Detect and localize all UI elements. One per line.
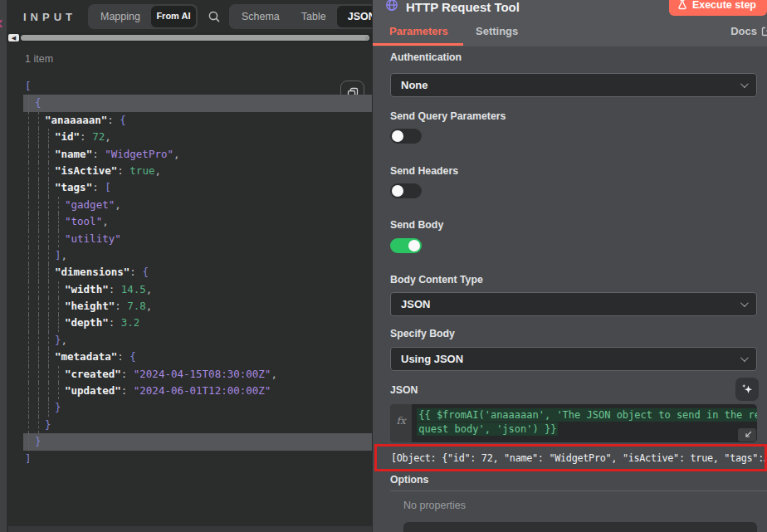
- indent-guide: [48, 146, 49, 163]
- horizontal-scrollbar[interactable]: ◀ ▶: [7, 33, 372, 42]
- json-code-view[interactable]: [{"anaaaaan": {"id": 72,"name": "WidgetP…: [23, 78, 372, 467]
- scrollbar-thumb[interactable]: [21, 35, 369, 41]
- authentication-label: Authentication: [390, 51, 462, 63]
- ndv-overlay: INPUT MappingFrom AI SchemaTableJSON ◀ ▶…: [0, 0, 767, 532]
- send-query-parameters-toggle[interactable]: [390, 129, 422, 144]
- indent-guide: [58, 383, 59, 399]
- indent-guide: [38, 366, 39, 383]
- toggle-knob: [392, 130, 403, 142]
- indent-guide: [28, 383, 29, 399]
- indent-guide: [28, 95, 29, 111]
- chevron-down-icon: [740, 354, 749, 362]
- input-tab-table[interactable]: Table: [291, 6, 337, 27]
- sparkles-icon: [740, 383, 754, 396]
- scroll-right-arrow-icon[interactable]: ▶: [364, 34, 371, 41]
- search-icon[interactable]: [208, 10, 221, 23]
- expression-text[interactable]: {{ $fromAI('anaaaaan', 'The JSON object …: [412, 404, 757, 442]
- indent-guide: [38, 264, 39, 281]
- indent-guide: [28, 129, 29, 145]
- json-line: "width": 14.5,: [23, 281, 372, 298]
- json-line: "id": 72,: [23, 129, 372, 145]
- indent-guide: [38, 129, 39, 145]
- result-preview: [Object: {"id": 72, "name": "WidgetPro",…: [391, 452, 767, 464]
- tab-settings[interactable]: Settings: [476, 25, 518, 37]
- toggle-knob: [392, 185, 403, 197]
- json-line: "gadget",: [23, 197, 372, 213]
- node-settings-panel: HTTP Request Tool Execute step Parameter…: [372, 0, 767, 532]
- json-line: }: [23, 433, 372, 450]
- json-line: "depth": 3.2: [23, 315, 372, 331]
- expand-editor-button[interactable]: [738, 428, 756, 442]
- indent-guide: [38, 399, 39, 416]
- ai-sparkles-button[interactable]: [735, 378, 759, 401]
- indent-guide: [28, 417, 29, 433]
- input-tab-mapping[interactable]: Mapping: [90, 6, 151, 27]
- input-header: INPUT MappingFrom AI SchemaTableJSON: [7, 0, 372, 33]
- execute-step-button[interactable]: Execute step: [669, 0, 767, 16]
- input-tab-schema[interactable]: Schema: [231, 6, 291, 27]
- input-panel-title: INPUT: [23, 11, 76, 23]
- indent-guide: [38, 349, 39, 365]
- json-line: "height": 7.8,: [23, 298, 372, 315]
- indent-guide: [58, 298, 59, 315]
- json-line: "updated": "2024-06-01T12:00:00Z": [23, 383, 372, 399]
- indent-guide: [48, 281, 49, 298]
- send-headers-toggle[interactable]: [390, 183, 422, 198]
- indent-guide: [28, 112, 29, 129]
- json-line: ]: [23, 451, 372, 467]
- panel-bottom-strip: [8, 526, 372, 532]
- indent-guide: [28, 146, 29, 163]
- indent-guide: [28, 298, 29, 315]
- json-line: },: [23, 332, 372, 349]
- indent-guide: [48, 399, 49, 416]
- toggle-knob: [408, 240, 420, 251]
- docs-link[interactable]: Docs: [730, 25, 767, 37]
- workflow-canvas-strip: [0, 0, 7, 532]
- indent-guide: [28, 366, 29, 383]
- body-content-type-dropdown[interactable]: JSON: [390, 292, 757, 316]
- external-link-icon: [761, 26, 767, 37]
- indent-guide: [48, 315, 49, 331]
- indent-guide: [28, 315, 29, 331]
- active-tab-underline: [373, 43, 463, 46]
- json-line: "utility": [23, 231, 372, 247]
- options-divider: [390, 491, 767, 491]
- tab-parameters[interactable]: Parameters: [389, 25, 448, 37]
- indent-guide: [28, 281, 29, 298]
- indent-guide: [38, 332, 39, 349]
- indent-guide: [48, 197, 49, 213]
- indent-guide: [38, 315, 39, 331]
- body-content-type-label: Body Content Type: [390, 274, 483, 286]
- indent-guide: [38, 298, 39, 315]
- indent-guide: [58, 213, 59, 230]
- scroll-left-arrow-icon[interactable]: ◀: [8, 34, 19, 41]
- json-line: ],: [23, 247, 372, 264]
- indent-guide: [38, 197, 39, 213]
- indent-guide: [38, 231, 39, 247]
- indent-guide: [28, 179, 29, 196]
- json-line: "tool",: [23, 213, 372, 230]
- json-line: "metadata": {: [23, 349, 372, 365]
- expression-editor[interactable]: fx {{ $fromAI('anaaaaan', 'The JSON obje…: [390, 404, 757, 442]
- authentication-dropdown[interactable]: None: [390, 73, 757, 97]
- options-bottom-bar[interactable]: [403, 522, 757, 532]
- json-line: "name": "WidgetPro",: [23, 146, 372, 163]
- indent-guide: [38, 383, 39, 399]
- json-line: [: [23, 78, 372, 95]
- json-line: }: [23, 417, 372, 433]
- expand-icon: [743, 431, 752, 440]
- annotation-red-box: [Object: {"id": 72, "name": "WidgetPro",…: [374, 444, 767, 471]
- specify-body-dropdown[interactable]: Using JSON: [390, 347, 757, 371]
- json-line: "dimensions": {: [23, 264, 372, 281]
- indent-guide: [38, 163, 39, 179]
- indent-guide: [48, 383, 49, 399]
- indent-guide: [28, 264, 29, 281]
- send-body-toggle[interactable]: [390, 238, 422, 253]
- indent-guide: [28, 213, 29, 230]
- indent-guide: [48, 264, 49, 281]
- input-tab-from-ai[interactable]: From AI: [151, 6, 196, 27]
- indent-guide: [38, 112, 39, 129]
- chevron-down-icon: [740, 80, 749, 88]
- json-field-label: JSON: [390, 384, 418, 396]
- indent-guide: [38, 179, 39, 196]
